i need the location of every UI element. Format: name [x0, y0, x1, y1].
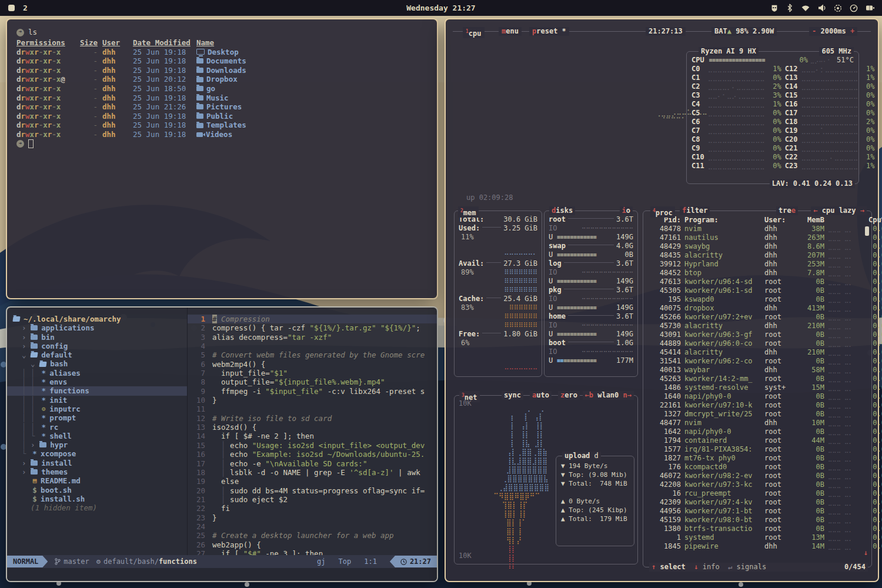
code-line-17[interactable]: 17 │ echo -e "\nAvailable SD cards:": [188, 459, 437, 468]
tree-item-aliases[interactable]: │ │ *aliases: [13, 369, 187, 377]
refresh-interval-control[interactable]: - 2000ms +: [809, 27, 857, 36]
process-row[interactable]: 1642napi/phy0-0root0B⣀⣀⣀ ⣀⡀0.0: [648, 427, 869, 436]
menu-button[interactable]: menu: [499, 27, 522, 36]
code-line-20[interactable]: 20 │ sudo dd bs=4M status=progress oflag…: [188, 486, 437, 495]
mem-box-title[interactable]: 2mem: [458, 206, 479, 218]
code-line-13[interactable]: 13iso2sd() {: [188, 423, 437, 432]
process-row[interactable]: 45263kworker/14:2-mm_root0B⣀⣀⣀ ⣀⡀0.0: [648, 375, 869, 383]
tree-item-bin[interactable]: › bin: [13, 333, 187, 342]
file-name[interactable]: Music: [196, 93, 429, 103]
tree-item-rc[interactable]: │ │ *rc: [13, 423, 187, 432]
git-branch[interactable]: master: [55, 557, 89, 566]
process-row[interactable]: 45730alacrittydhh210M⣀⣀⣀ ⣀⡀0.0: [648, 322, 869, 330]
tree-item-boot-sh[interactable]: $boot.sh: [13, 486, 187, 495]
file-name[interactable]: Pictures: [196, 102, 429, 112]
proc-box-title[interactable]: 4proc: [650, 206, 675, 218]
proc-tree-toggle[interactable]: tree: [776, 206, 798, 215]
omarchy-logo-icon[interactable]: [770, 4, 779, 12]
process-row[interactable]: 1380btrfs-transactioroot0B⣀⣀⣀ ⣀⡀0.0: [648, 524, 869, 533]
process-row[interactable]: 1327dmcrypt_write/25root0B⣀⣀⣀ ⣀⡀0.0: [648, 410, 869, 419]
process-row[interactable]: 40013waybardhh58M⣀⣀⣀ ⣀⡀0.0: [648, 366, 869, 375]
process-row[interactable]: 1577irq/81-PIXA3854:root0B⣀⣀⣀ ⣀⡀0.0: [648, 445, 869, 454]
process-row[interactable]: 48429swaybgdhh8.6M⣀⣀⣀ ⣀⡀0.0: [648, 242, 869, 251]
tree-item-hypr[interactable]: │ › hypr: [13, 440, 187, 449]
volume-icon[interactable]: [818, 4, 826, 12]
code-line-23[interactable]: 23}: [188, 513, 437, 522]
process-row[interactable]: 1827mt76-tx phy0root0B⣀⣀⣀ ⣀⡀0.0: [648, 454, 869, 463]
process-row[interactable]: 22161kworker/u97:10-kroot0B⣀⣀⣀ ⣀⡀0.0: [648, 401, 869, 410]
code-line-19[interactable]: 19 else: [188, 477, 437, 486]
code-line-15[interactable]: 15 │ echo "Usage: iso2sd <input_file> <o…: [188, 441, 437, 450]
io-mode-toggle[interactable]: io: [620, 206, 633, 215]
process-row[interactable]: 45305kworker/u96:1-sdroot0B⣀⣀⣀ ⣀⡀0.0: [648, 286, 869, 295]
process-row[interactable]: 1systemdroot13M⣀⣀⣀ ⣀⡀0.0: [648, 533, 869, 542]
process-row[interactable]: 39912Hyprlanddhh253M⣀⣀⣀ ⣀⡀0.0: [648, 260, 869, 269]
process-row[interactable]: 1845pipewiredhh14M⣀⣀⣀ ⣀⡀0.0: [648, 542, 869, 551]
proc-sort-selector[interactable]: ← cpu lazy →: [811, 206, 867, 215]
code-line-16[interactable]: 16 │ echo "Example: iso2sd ~/Downloads/u…: [188, 450, 437, 459]
process-row[interactable]: 1486systemd-resolvesyst+15M⣀⣀⣀ ⣀⡀0.0: [648, 383, 869, 392]
tab-cpu[interactable]: 1cpu: [463, 27, 485, 38]
file-name[interactable]: Dropbox: [196, 75, 429, 84]
process-row[interactable]: 44889kworker/u96:0-coroot0B⣀⣀⣀ ⣀⡀0.0: [648, 339, 869, 348]
code-line-9[interactable]: 9 ffmpeg -i "$input_file" -c:v libx264 -…: [188, 387, 437, 396]
scroll-down-indicator[interactable]: ↓: [864, 549, 868, 557]
process-row[interactable]: 44956kworker/u97:1-btroot0B⣀⣀⣀ ⣀⡀0.0: [648, 507, 869, 516]
tree-item-functions[interactable]: │ │ *functions: [7, 386, 187, 395]
screen-record-icon[interactable]: [834, 4, 842, 12]
tree-item-applications[interactable]: › applications: [13, 323, 187, 332]
code-line-14[interactable]: 14 if [ $# -ne 2 ]; then: [188, 432, 437, 440]
process-row[interactable]: 45159kworker/u98:0-btroot0B⣀⣀⣀ ⣀⡀0.0: [648, 516, 869, 524]
code-line-26[interactable]: 26web2app() {: [188, 540, 437, 549]
tree-item-config[interactable]: › config: [13, 342, 187, 350]
code-line-24[interactable]: 24: [188, 522, 437, 531]
file-name[interactable]: Videos: [196, 130, 429, 139]
file-name[interactable]: Public: [196, 112, 429, 121]
process-row[interactable]: 48452btopdhh7.8M⣀⣀⣀ ⣀⡀0.0: [648, 269, 869, 278]
process-row[interactable]: 47161nautilusdhh263M⣀⣀⣀ ⣀⡀0.0: [648, 233, 869, 242]
net-zero-toggle[interactable]: zero: [558, 391, 580, 400]
tree-item-inputrc[interactable]: │ │ ⚙inputrc: [13, 405, 187, 413]
code-line-1[interactable]: 1# Compression: [188, 315, 437, 323]
process-row[interactable]: 48477nvimdhh10M⣀⣀⣀ ⣀⡀0.0: [648, 419, 869, 427]
process-row[interactable]: 48435alacrittydhh207M⣀⣀⣀ ⣀⡀0.0: [648, 251, 869, 260]
file-name[interactable]: Templates: [196, 121, 429, 130]
clock[interactable]: Wednesday 21:27: [0, 4, 882, 12]
battery-icon[interactable]: [866, 4, 875, 12]
process-scrollbar[interactable]: [865, 226, 869, 236]
net-auto-toggle[interactable]: auto: [530, 391, 552, 400]
proc-filter-button[interactable]: filter: [680, 206, 710, 215]
process-row[interactable]: 1640napi/phy0-0root0B⣀⣀⣀ ⣀⡀0.0: [648, 392, 869, 401]
code-line-8[interactable]: 8 output_file="${input_file%.webm}.mp4": [188, 377, 437, 386]
process-row[interactable]: 45266kworker/u97:2+evroot0B⣀⣀⣀ ⣀⡀0.0: [648, 313, 869, 322]
tree-item--1-hidden-item-[interactable]: (1 hidden item): [13, 503, 187, 512]
tree-item-install-sh[interactable]: $install.sh: [13, 495, 187, 503]
code-line-3[interactable]: 3alias decompress="tar -xzf": [188, 333, 437, 342]
file-name[interactable]: Downloads: [196, 66, 429, 75]
process-row[interactable]: 42208kworker/u97:3-kcroot0B⣀⣀⣀ ⣀⡀0.0: [648, 480, 869, 489]
preset-button[interactable]: preset *: [529, 27, 569, 36]
code-line-2[interactable]: 2compress() { tar -czf "${1%/}.tar.gz" "…: [188, 323, 437, 332]
tree-item-themes[interactable]: › themes: [13, 467, 187, 476]
code-line-27[interactable]: 27 if [ "$#" -ne 3 ]; then: [188, 549, 437, 555]
code-line-10[interactable]: 10}: [188, 396, 437, 405]
process-row[interactable]: 40075dropboxdhh413M⣀⣀⣀ ⣀⡀0.0: [648, 304, 869, 313]
net-sync-toggle[interactable]: sync: [502, 391, 523, 400]
process-row[interactable]: 47613kworker/u96:4-sdroot0B⣀⣀⣀ ⣀⡀0.0: [648, 278, 869, 286]
process-row[interactable]: 46072kworker/u98:2-evroot0B⣀⣀⣀ ⣀⡀0.0: [648, 472, 869, 480]
tree-item-install[interactable]: › install: [13, 459, 187, 467]
tree-root[interactable]: ~/.local/share/omarchy: [13, 315, 187, 323]
tree-item-default[interactable]: ⌄ default: [13, 350, 187, 359]
wifi-icon[interactable]: [801, 4, 810, 12]
process-row[interactable]: 43091kworker/u96:3-gfroot0B⣀⣀⣀ ⣀⡀0.0: [648, 330, 869, 339]
process-row[interactable]: 48478nvimdhh38M⣀⣀⣀ ⣀⡀0.0: [648, 225, 869, 233]
disks-box-title[interactable]: disks: [549, 206, 575, 215]
code-line-25[interactable]: 25# Create a desktop launcher for a web …: [188, 531, 437, 540]
file-name[interactable]: go: [196, 84, 429, 93]
process-row[interactable]: 31541kworker/u96:2-coroot0B⣀⣀⣀ ⣀⡀0.0: [648, 357, 869, 366]
code-line-12[interactable]: 12# Write iso file to sd card: [188, 414, 437, 423]
code-line-7[interactable]: 7 input_file="$1": [188, 369, 437, 377]
process-row[interactable]: 16rcu_preemptroot0B⣀⣀⣀ ⣀⡀0.0: [648, 489, 869, 498]
process-row[interactable]: 195kswapd0root0B⣀⣀⣀ ⣀⡀0.0: [648, 295, 869, 304]
code-line-5[interactable]: 5# Convert webm files generated by the G…: [188, 350, 437, 359]
